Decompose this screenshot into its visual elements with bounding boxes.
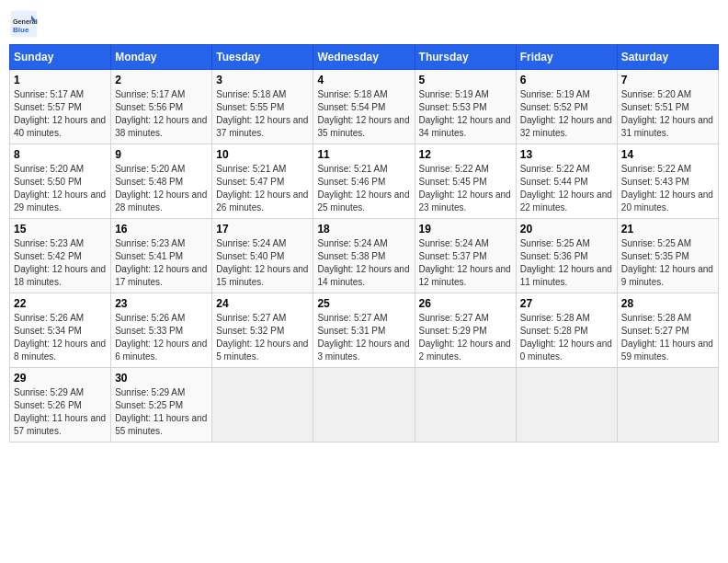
day-info: Sunrise: 5:22 AM Sunset: 5:43 PM Dayligh…	[621, 163, 714, 214]
day-info: Sunrise: 5:25 AM Sunset: 5:36 PM Dayligh…	[520, 237, 613, 289]
calendar-cell: 22Sunrise: 5:26 AM Sunset: 5:34 PM Dayli…	[10, 293, 111, 368]
weekday-header: Friday	[516, 45, 617, 70]
weekday-header: Monday	[111, 45, 212, 70]
day-info: Sunrise: 5:20 AM Sunset: 5:51 PM Dayligh…	[621, 88, 714, 140]
calendar-week-row: 22Sunrise: 5:26 AM Sunset: 5:34 PM Dayli…	[10, 293, 719, 368]
day-info: Sunrise: 5:17 AM Sunset: 5:57 PM Dayligh…	[14, 88, 107, 140]
day-number: 10	[216, 148, 309, 161]
day-info: Sunrise: 5:25 AM Sunset: 5:35 PM Dayligh…	[621, 237, 714, 289]
calendar-cell	[313, 368, 415, 442]
calendar-cell: 20Sunrise: 5:25 AM Sunset: 5:36 PM Dayli…	[516, 219, 617, 293]
calendar-cell	[212, 368, 313, 442]
day-number: 20	[520, 223, 613, 236]
weekday-header: Thursday	[415, 45, 516, 70]
calendar-cell: 4Sunrise: 5:18 AM Sunset: 5:54 PM Daylig…	[313, 70, 415, 144]
day-number: 22	[14, 297, 107, 310]
page-header: General Blue	[9, 9, 719, 39]
day-info: Sunrise: 5:24 AM Sunset: 5:37 PM Dayligh…	[419, 237, 512, 289]
day-number: 25	[317, 297, 410, 310]
day-info: Sunrise: 5:23 AM Sunset: 5:42 PM Dayligh…	[14, 237, 107, 289]
calendar-week-row: 15Sunrise: 5:23 AM Sunset: 5:42 PM Dayli…	[10, 219, 719, 293]
weekday-header: Wednesday	[313, 45, 415, 70]
calendar-cell: 18Sunrise: 5:24 AM Sunset: 5:38 PM Dayli…	[313, 219, 415, 293]
calendar-cell: 28Sunrise: 5:28 AM Sunset: 5:27 PM Dayli…	[617, 293, 718, 368]
calendar-cell: 9Sunrise: 5:20 AM Sunset: 5:48 PM Daylig…	[111, 144, 212, 219]
calendar-cell: 10Sunrise: 5:21 AM Sunset: 5:47 PM Dayli…	[212, 144, 313, 219]
day-number: 19	[419, 223, 512, 236]
calendar-cell: 6Sunrise: 5:19 AM Sunset: 5:52 PM Daylig…	[516, 70, 617, 144]
calendar-cell: 27Sunrise: 5:28 AM Sunset: 5:28 PM Dayli…	[516, 293, 617, 368]
weekday-header-row: SundayMondayTuesdayWednesdayThursdayFrid…	[10, 45, 719, 70]
day-number: 14	[621, 148, 714, 161]
weekday-header: Sunday	[10, 45, 111, 70]
day-info: Sunrise: 5:28 AM Sunset: 5:27 PM Dayligh…	[621, 312, 714, 363]
day-info: Sunrise: 5:19 AM Sunset: 5:52 PM Dayligh…	[520, 88, 613, 140]
calendar-cell: 25Sunrise: 5:27 AM Sunset: 5:31 PM Dayli…	[313, 293, 415, 368]
day-number: 24	[216, 297, 309, 310]
day-info: Sunrise: 5:21 AM Sunset: 5:47 PM Dayligh…	[216, 163, 309, 214]
day-info: Sunrise: 5:17 AM Sunset: 5:56 PM Dayligh…	[115, 88, 208, 140]
calendar-cell	[415, 368, 516, 442]
calendar-cell: 2Sunrise: 5:17 AM Sunset: 5:56 PM Daylig…	[111, 70, 212, 144]
weekday-header: Saturday	[617, 45, 718, 70]
calendar-cell: 24Sunrise: 5:27 AM Sunset: 5:32 PM Dayli…	[212, 293, 313, 368]
day-number: 27	[520, 297, 613, 310]
day-info: Sunrise: 5:20 AM Sunset: 5:50 PM Dayligh…	[14, 163, 107, 214]
calendar-week-row: 1Sunrise: 5:17 AM Sunset: 5:57 PM Daylig…	[10, 70, 719, 144]
day-number: 13	[520, 148, 613, 161]
calendar-cell: 12Sunrise: 5:22 AM Sunset: 5:45 PM Dayli…	[415, 144, 516, 219]
day-info: Sunrise: 5:27 AM Sunset: 5:31 PM Dayligh…	[317, 312, 410, 363]
calendar-cell: 19Sunrise: 5:24 AM Sunset: 5:37 PM Dayli…	[415, 219, 516, 293]
calendar-week-row: 29Sunrise: 5:29 AM Sunset: 5:26 PM Dayli…	[10, 368, 719, 442]
weekday-header: Tuesday	[212, 45, 313, 70]
day-number: 8	[14, 148, 107, 161]
calendar-cell	[516, 368, 617, 442]
day-number: 17	[216, 223, 309, 236]
day-number: 30	[115, 372, 208, 385]
day-info: Sunrise: 5:22 AM Sunset: 5:45 PM Dayligh…	[419, 163, 512, 214]
day-info: Sunrise: 5:18 AM Sunset: 5:54 PM Dayligh…	[317, 88, 410, 140]
day-info: Sunrise: 5:27 AM Sunset: 5:29 PM Dayligh…	[419, 312, 512, 363]
day-info: Sunrise: 5:22 AM Sunset: 5:44 PM Dayligh…	[520, 163, 613, 214]
calendar-cell	[617, 368, 718, 442]
day-number: 26	[419, 297, 512, 310]
day-number: 29	[14, 372, 107, 385]
day-number: 5	[419, 74, 512, 86]
calendar-cell: 15Sunrise: 5:23 AM Sunset: 5:42 PM Dayli…	[10, 219, 111, 293]
svg-text:Blue: Blue	[13, 26, 29, 34]
calendar-cell: 1Sunrise: 5:17 AM Sunset: 5:57 PM Daylig…	[10, 70, 111, 144]
day-info: Sunrise: 5:18 AM Sunset: 5:55 PM Dayligh…	[216, 88, 309, 140]
calendar-cell: 5Sunrise: 5:19 AM Sunset: 5:53 PM Daylig…	[415, 70, 516, 144]
day-number: 18	[317, 223, 410, 236]
day-info: Sunrise: 5:20 AM Sunset: 5:48 PM Dayligh…	[115, 163, 208, 214]
day-info: Sunrise: 5:24 AM Sunset: 5:40 PM Dayligh…	[216, 237, 309, 289]
day-number: 4	[317, 74, 410, 86]
calendar-cell: 8Sunrise: 5:20 AM Sunset: 5:50 PM Daylig…	[10, 144, 111, 219]
logo: General Blue	[9, 9, 39, 39]
calendar-week-row: 8Sunrise: 5:20 AM Sunset: 5:50 PM Daylig…	[10, 144, 719, 219]
calendar-cell: 7Sunrise: 5:20 AM Sunset: 5:51 PM Daylig…	[617, 70, 718, 144]
day-number: 11	[317, 148, 410, 161]
day-info: Sunrise: 5:28 AM Sunset: 5:28 PM Dayligh…	[520, 312, 613, 363]
day-info: Sunrise: 5:29 AM Sunset: 5:25 PM Dayligh…	[115, 386, 208, 438]
calendar-cell: 11Sunrise: 5:21 AM Sunset: 5:46 PM Dayli…	[313, 144, 415, 219]
day-number: 6	[520, 74, 613, 86]
calendar-table: SundayMondayTuesdayWednesdayThursdayFrid…	[9, 44, 719, 442]
calendar-cell: 29Sunrise: 5:29 AM Sunset: 5:26 PM Dayli…	[10, 368, 111, 442]
day-number: 2	[115, 74, 208, 86]
calendar-cell: 13Sunrise: 5:22 AM Sunset: 5:44 PM Dayli…	[516, 144, 617, 219]
day-info: Sunrise: 5:24 AM Sunset: 5:38 PM Dayligh…	[317, 237, 410, 289]
day-info: Sunrise: 5:29 AM Sunset: 5:26 PM Dayligh…	[14, 386, 107, 438]
day-number: 12	[419, 148, 512, 161]
calendar-cell: 3Sunrise: 5:18 AM Sunset: 5:55 PM Daylig…	[212, 70, 313, 144]
day-number: 15	[14, 223, 107, 236]
day-info: Sunrise: 5:27 AM Sunset: 5:32 PM Dayligh…	[216, 312, 309, 363]
calendar-cell: 26Sunrise: 5:27 AM Sunset: 5:29 PM Dayli…	[415, 293, 516, 368]
calendar-cell: 21Sunrise: 5:25 AM Sunset: 5:35 PM Dayli…	[617, 219, 718, 293]
day-number: 16	[115, 223, 208, 236]
day-number: 7	[621, 74, 714, 86]
day-number: 9	[115, 148, 208, 161]
calendar-cell: 30Sunrise: 5:29 AM Sunset: 5:25 PM Dayli…	[111, 368, 212, 442]
calendar-cell: 14Sunrise: 5:22 AM Sunset: 5:43 PM Dayli…	[617, 144, 718, 219]
day-number: 21	[621, 223, 714, 236]
